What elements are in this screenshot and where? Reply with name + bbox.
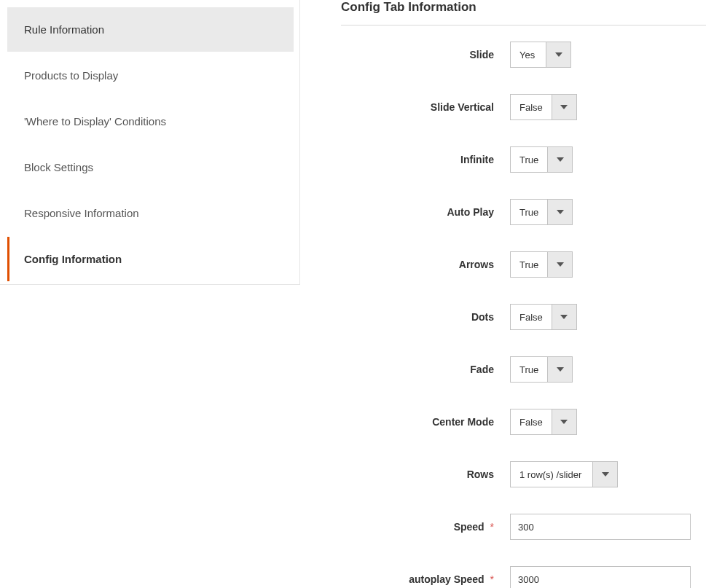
chevron-down-icon: [547, 252, 572, 277]
field-row-rows: Rows 1 row(s) /slider: [341, 461, 706, 487]
chevron-down-icon: [547, 147, 572, 172]
sidebar-item-config-information[interactable]: Config Information: [7, 237, 294, 281]
field-row-auto-play: Auto Play True: [341, 199, 706, 225]
sidebar-item-label: Responsive Information: [24, 207, 139, 219]
field-row-autoplay-speed: autoplay Speed *: [341, 566, 706, 588]
field-label-text: Speed: [454, 521, 485, 533]
sidebar-item-label: Block Settings: [24, 161, 93, 173]
field-label: autoplay Speed *: [341, 573, 510, 585]
field-label: Dots: [341, 311, 510, 323]
sidebar: Rule Information Products to Display 'Wh…: [0, 0, 300, 285]
required-mark: *: [487, 521, 494, 533]
select-value: False: [511, 409, 552, 434]
chevron-down-icon: [552, 409, 576, 434]
slide-select[interactable]: Yes: [510, 42, 571, 68]
select-value: Yes: [511, 42, 546, 67]
infinite-select[interactable]: True: [510, 146, 573, 173]
field-row-fade: Fade True: [341, 356, 706, 383]
chevron-down-icon: [547, 357, 572, 382]
chevron-down-icon: [552, 95, 576, 119]
field-label: Fade: [341, 364, 510, 375]
field-row-speed: Speed *: [341, 514, 706, 540]
field-label: Auto Play: [341, 206, 510, 218]
sidebar-item-label: Rule Information: [24, 23, 104, 36]
field-row-dots: Dots False: [341, 304, 706, 330]
field-label: Rows: [341, 469, 510, 480]
select-value: True: [511, 200, 547, 224]
slide-vertical-select[interactable]: False: [510, 94, 577, 120]
autoplay-speed-input[interactable]: [510, 566, 691, 588]
field-label: Center Mode: [341, 416, 510, 428]
field-row-slide: Slide Yes: [341, 42, 706, 68]
sidebar-item-block-settings[interactable]: Block Settings: [7, 145, 294, 189]
select-value: True: [511, 147, 547, 172]
sidebar-item-label: Config Information: [24, 253, 122, 265]
select-value: 1 row(s) /slider: [511, 462, 592, 487]
speed-input[interactable]: [510, 514, 691, 540]
field-row-infinite: Infinite True: [341, 146, 706, 173]
select-value: True: [511, 252, 547, 277]
field-row-center-mode: Center Mode False: [341, 409, 706, 435]
field-label-text: autoplay Speed: [409, 573, 484, 585]
sidebar-item-label: Products to Display: [24, 69, 118, 82]
rows-select[interactable]: 1 row(s) /slider: [510, 461, 618, 487]
sidebar-item-label: 'Where to Display' Conditions: [24, 115, 166, 128]
dots-select[interactable]: False: [510, 304, 577, 330]
arrows-select[interactable]: True: [510, 251, 573, 278]
required-mark: *: [487, 573, 494, 585]
auto-play-select[interactable]: True: [510, 199, 573, 225]
main-panel: Config Tab Information Slide Yes Slide V…: [300, 0, 706, 588]
field-label: Slide: [341, 49, 510, 60]
chevron-down-icon: [547, 200, 572, 224]
select-value: True: [511, 357, 547, 382]
field-label: Arrows: [341, 259, 510, 270]
sidebar-item-responsive-information[interactable]: Responsive Information: [7, 191, 294, 235]
sidebar-item-products-to-display[interactable]: Products to Display: [7, 53, 294, 98]
select-value: False: [511, 95, 552, 119]
sidebar-item-where-to-display-conditions[interactable]: 'Where to Display' Conditions: [7, 99, 294, 144]
fade-select[interactable]: True: [510, 356, 573, 383]
field-label: Speed *: [341, 521, 510, 533]
field-label: Infinite: [341, 154, 510, 165]
field-row-arrows: Arrows True: [341, 251, 706, 278]
chevron-down-icon: [546, 42, 570, 67]
chevron-down-icon: [552, 305, 576, 329]
field-row-slide-vertical: Slide Vertical False: [341, 94, 706, 120]
section-title: Config Tab Information: [341, 0, 706, 26]
sidebar-item-rule-information[interactable]: Rule Information: [7, 7, 294, 52]
chevron-down-icon: [592, 462, 617, 487]
select-value: False: [511, 305, 552, 329]
field-label: Slide Vertical: [341, 101, 510, 113]
center-mode-select[interactable]: False: [510, 409, 577, 435]
